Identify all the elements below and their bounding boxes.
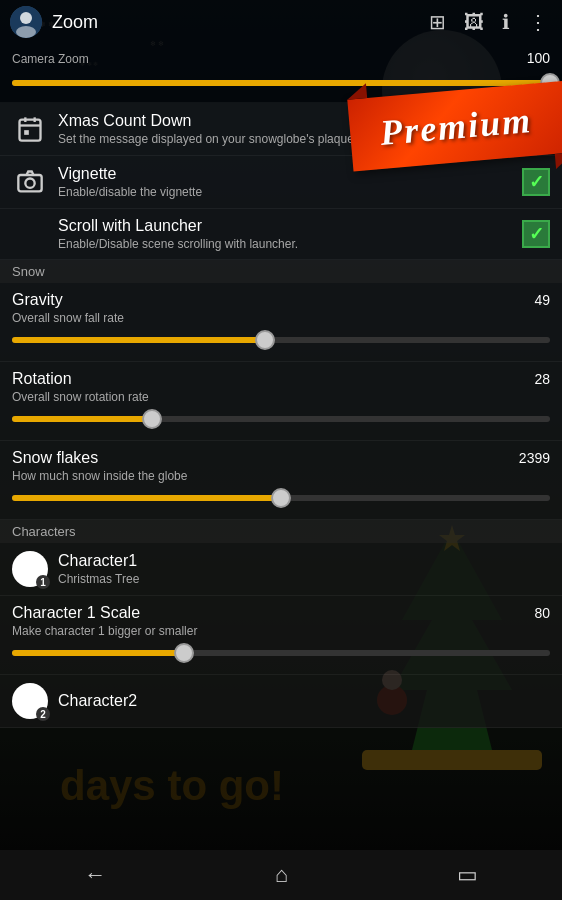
snowflakes-title: Snow flakes [12,449,98,467]
character1-title: Character1 [58,552,550,570]
svg-point-14 [25,179,34,188]
gravity-desc: Overall snow fall rate [12,311,550,325]
svg-rect-8 [20,120,41,141]
info-icon[interactable]: ℹ [498,6,514,38]
vignette-checkmark: ✓ [529,171,544,193]
more-icon[interactable]: ⋮ [524,6,552,38]
xmas-desc: Set the message displayed on your snowgl… [58,132,512,146]
character1-scale-title: Character 1 Scale [12,604,140,622]
scroll-launcher-checkbox[interactable]: ✓ [522,220,550,248]
character1-avatar: 1 [12,551,48,587]
character1-scale-slider[interactable] [12,644,550,662]
calendar-icon [12,111,48,147]
character1-scale-desc: Make character 1 bigger or smaller [12,624,550,638]
vignette-row: Vignette Enable/disable the vignette ✓ [0,156,562,209]
image-icon[interactable]: 🖼 [460,7,488,38]
character2-title: Character2 [58,692,550,710]
snowflakes-value: 2399 [519,450,550,466]
rotation-desc: Overall snow rotation rate [12,390,550,404]
zoom-slider-row: Camera Zoom 100 [0,44,562,103]
svg-point-15 [23,557,37,571]
character1-scale-row: Character 1 Scale 80 Make character 1 bi… [0,596,562,675]
zoom-desc: Camera Zoom [12,52,89,66]
character2-avatar: 2 [12,683,48,719]
rotation-slider[interactable] [12,410,550,428]
snowflakes-slider[interactable] [12,489,550,507]
xmas-countdown-text: Xmas Count Down Set the message displaye… [58,112,512,146]
scroll-launcher-checkmark: ✓ [529,223,544,245]
settings-panel[interactable]: Zoom ⊞ 🖼 ℹ ⋮ Camera Zoom 100 [0,0,562,850]
snowflakes-desc: How much snow inside the globe [12,469,550,483]
rotation-slider-row: Rotation 28 Overall snow rotation rate [0,362,562,441]
xmas-checkbox[interactable]: ✓ [522,115,550,143]
gravity-value: 49 [534,292,550,308]
camera-icon [12,164,48,200]
scroll-launcher-title: Scroll with Launcher [58,217,512,235]
character2-text: Character2 [58,692,550,710]
recent-button[interactable]: ▭ [437,854,498,896]
vignette-title: Vignette [58,165,512,183]
zoom-slider[interactable] [12,74,550,92]
gravity-slider-row: Gravity 49 Overall snow fall rate [0,283,562,362]
character2-row: 2 Character2 [0,675,562,728]
vignette-text: Vignette Enable/disable the vignette [58,165,512,199]
svg-point-7 [16,26,36,38]
vignette-checkbox[interactable]: ✓ [522,168,550,196]
character1-num: 1 [36,575,50,589]
snow-section-label: Snow [0,260,562,283]
gravity-slider[interactable] [12,331,550,349]
characters-section-label: Characters [0,520,562,543]
svg-point-17 [23,689,37,703]
character1-text: Character1 Christmas Tree [58,552,550,586]
toolbar-title: Zoom [52,12,415,33]
scroll-launcher-text: Scroll with Launcher Enable/Disable scen… [12,217,512,251]
character2-num: 2 [36,707,50,721]
snowflakes-slider-row: Snow flakes 2399 How much snow inside th… [0,441,562,520]
gravity-title: Gravity [12,291,63,309]
character1-scale-value: 80 [534,605,550,621]
zoom-value: 100 [527,50,550,66]
vignette-desc: Enable/disable the vignette [58,185,512,199]
rotation-title: Rotation [12,370,72,388]
scroll-launcher-desc: Enable/Disable scene scrolling with laun… [58,237,512,251]
back-button[interactable]: ← [64,854,126,896]
grid-icon[interactable]: ⊞ [425,6,450,38]
rotation-value: 28 [534,371,550,387]
character1-row: 1 Character1 Christmas Tree [0,543,562,596]
xmas-countdown-row: Xmas Count Down Set the message displaye… [0,103,562,156]
bottom-nav: ← ⌂ ▭ [0,850,562,900]
app-avatar [10,6,42,38]
xmas-title: Xmas Count Down [58,112,512,130]
toolbar: Zoom ⊞ 🖼 ℹ ⋮ [0,0,562,44]
character1-subtitle: Christmas Tree [58,572,550,586]
svg-point-6 [20,12,32,24]
home-button[interactable]: ⌂ [255,854,308,896]
checkmark-icon: ✓ [529,118,544,140]
scroll-launcher-row: Scroll with Launcher Enable/Disable scen… [0,209,562,260]
svg-rect-12 [24,130,29,135]
